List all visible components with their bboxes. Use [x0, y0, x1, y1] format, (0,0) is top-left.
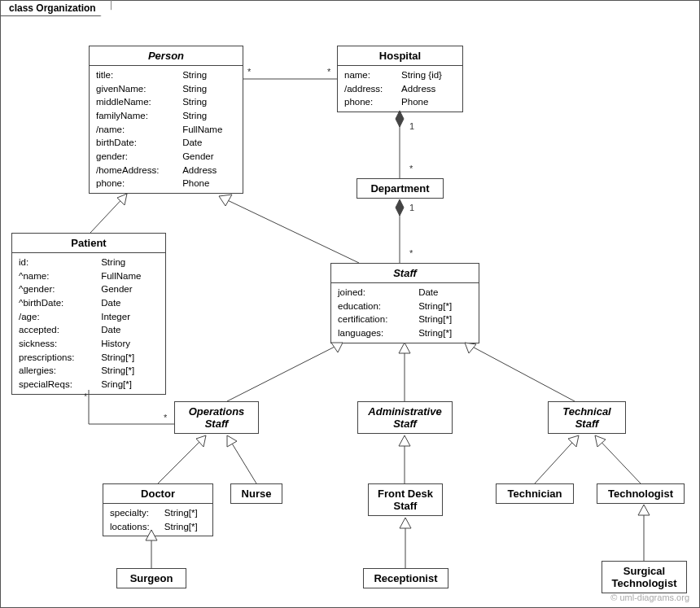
class-ops-staff: Operations Staff: [174, 401, 259, 434]
class-receptionist: Receptionist: [363, 568, 448, 588]
class-admin-staff: Administrative Staff: [357, 401, 453, 434]
uml-frame: class Organization Person title:String g…: [0, 0, 700, 608]
svg-line-1: [90, 194, 127, 233]
class-department-name: Department: [357, 179, 443, 198]
class-surgeon-name: Surgeon: [117, 569, 186, 588]
mult-dept-staff-bot: *: [409, 248, 413, 258]
mult-person-hosp-left: *: [247, 67, 251, 77]
mult-dept-top: *: [409, 164, 413, 173]
class-department: Department: [357, 178, 444, 199]
class-surg-tech: Surgical Technologist: [602, 561, 687, 593]
mult-dept-staff-top: 1: [409, 203, 414, 212]
mult-patient-ops-left: *: [84, 391, 87, 401]
mult-person-hosp-right: *: [327, 67, 330, 77]
mult-patient-ops-right: *: [164, 413, 167, 422]
class-front-desk-name: Front Desk Staff: [369, 484, 442, 515]
class-nurse-name: Nurse: [231, 484, 282, 503]
class-receptionist-name: Receptionist: [364, 569, 448, 588]
watermark: © uml-diagrams.org: [610, 593, 689, 602]
class-tech-staff-name: Technical Staff: [549, 402, 625, 433]
mult-hosp-dept: 1: [409, 121, 414, 131]
class-nurse: Nurse: [230, 483, 282, 504]
class-staff-name: Staff: [331, 264, 479, 283]
class-admin-staff-name: Administrative Staff: [358, 402, 452, 433]
class-staff-attrs: joined:Date education:String[*] certific…: [331, 283, 479, 343]
class-surg-tech-name: Surgical Technologist: [602, 562, 686, 593]
class-doctor: Doctor specialty:String[*] locations:Str…: [103, 483, 213, 536]
class-technologist: Technologist: [597, 483, 685, 504]
class-hospital-attrs: name:String {id} /address:Address phone:…: [338, 66, 462, 112]
frame-label: class Organization: [0, 0, 112, 16]
svg-line-7: [227, 435, 256, 483]
class-patient-attrs: id:String ^name:FullName ^gender:Gender …: [12, 253, 165, 394]
class-tech-staff: Technical Staff: [548, 401, 626, 434]
class-technologist-name: Technologist: [597, 484, 684, 503]
class-patient: Patient id:String ^name:FullName ^gender…: [11, 233, 166, 395]
class-person: Person title:String givenName:String mid…: [89, 46, 243, 194]
class-hospital: Hospital name:String {id} /address:Addre…: [337, 46, 463, 112]
class-doctor-name: Doctor: [103, 484, 212, 504]
class-hospital-name: Hospital: [338, 46, 462, 66]
class-staff: Staff joined:Date education:String[*] ce…: [330, 263, 479, 343]
svg-line-5: [465, 343, 575, 401]
svg-line-9: [535, 435, 579, 483]
class-technician: Technician: [496, 483, 574, 504]
class-patient-name: Patient: [12, 234, 165, 253]
class-person-attrs: title:String givenName:String middleName…: [90, 66, 243, 193]
svg-line-6: [158, 435, 206, 483]
class-technician-name: Technician: [497, 484, 573, 503]
class-person-name: Person: [90, 46, 243, 66]
class-ops-staff-name: Operations Staff: [175, 402, 258, 433]
svg-line-2: [219, 196, 359, 263]
class-doctor-attrs: specialty:String[*] locations:String[*]: [103, 504, 212, 536]
class-surgeon: Surgeon: [116, 568, 186, 588]
svg-line-10: [595, 435, 641, 483]
class-front-desk: Front Desk Staff: [368, 483, 443, 516]
svg-line-3: [227, 343, 343, 401]
